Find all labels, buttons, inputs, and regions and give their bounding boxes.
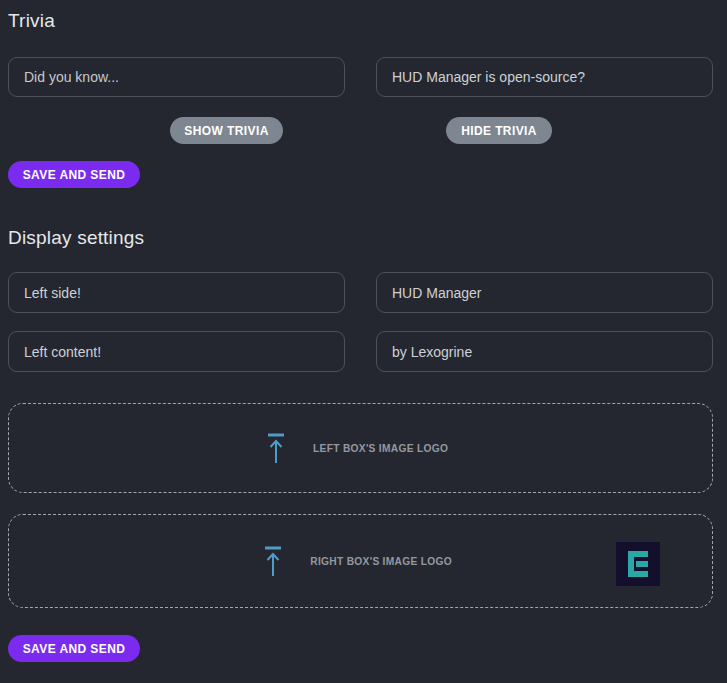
show-trivia-button[interactable]: SHOW TRIVIA — [170, 117, 283, 144]
trivia-text-input[interactable] — [8, 57, 345, 97]
left-box-title-input[interactable] — [8, 272, 345, 313]
trivia-section-title: Trivia — [8, 10, 55, 32]
left-content-field-wrapper — [8, 331, 345, 372]
uploaded-logo-thumbnail-e-icon — [616, 542, 660, 586]
left-box-content-input[interactable] — [8, 331, 345, 372]
left-title-field-wrapper — [8, 272, 345, 313]
hud-settings-page: Trivia SHOW TRIVIA HIDE TRIVIA SAVE AND … — [0, 0, 727, 683]
right-content-field-wrapper — [376, 331, 713, 372]
trivia-current-field-wrapper — [376, 57, 713, 97]
right-logo-dropzone[interactable]: RIGHT BOX'S IMAGE LOGO — [8, 514, 713, 608]
right-dropzone-label: RIGHT BOX'S IMAGE LOGO — [310, 555, 452, 567]
right-title-field-wrapper — [376, 272, 713, 313]
display-settings-section-title: Display settings — [8, 227, 144, 249]
hide-trivia-button[interactable]: HIDE TRIVIA — [446, 117, 552, 144]
left-dropzone-label: LEFT BOX'S IMAGE LOGO — [313, 442, 448, 454]
left-logo-dropzone[interactable]: LEFT BOX'S IMAGE LOGO — [8, 403, 713, 493]
display-save-and-send-button[interactable]: SAVE AND SEND — [8, 635, 140, 662]
trivia-current-input[interactable] — [376, 57, 713, 97]
right-box-content-input[interactable] — [376, 331, 713, 372]
upload-arrow-icon — [267, 433, 285, 464]
trivia-save-and-send-button[interactable]: SAVE AND SEND — [8, 161, 140, 188]
upload-arrow-icon — [264, 546, 282, 577]
right-box-title-input[interactable] — [376, 272, 713, 313]
trivia-text-field-wrapper — [8, 57, 345, 97]
